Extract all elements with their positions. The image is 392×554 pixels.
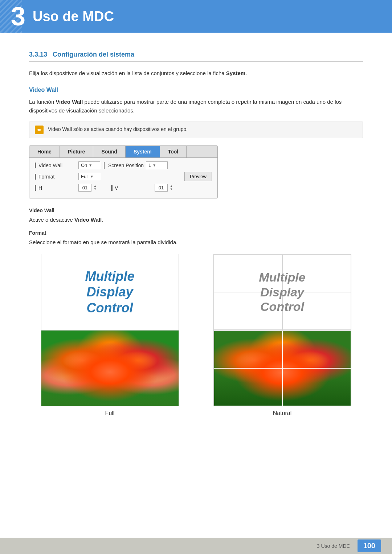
flower-natural xyxy=(214,331,351,406)
flower-inner-2 xyxy=(282,331,351,368)
panel-body: Video Wall On ▼ Screen Position 1 ▼ xyxy=(29,158,217,198)
sp-arrow: ▼ xyxy=(152,163,156,167)
format-natural-top-image: MultipleDisplayControl xyxy=(213,254,351,330)
dropdown-arrow: ▼ xyxy=(89,163,92,167)
natural-mdc-text: MultipleDisplayControl xyxy=(259,270,305,314)
format-sub-body: Seleccione el formato en que se mostrará… xyxy=(29,238,363,247)
chapter-number: 3 xyxy=(11,3,25,29)
video-wall-description: La función Video Wall puede utilizarse p… xyxy=(29,98,363,115)
footer-page: 100 xyxy=(358,539,381,552)
flower-inner-4 xyxy=(282,368,351,406)
v-spin[interactable]: ▲ ▼ xyxy=(170,185,173,191)
full-mdc-text: MultipleDisplayControl xyxy=(85,268,135,316)
h-up[interactable]: ▲ xyxy=(94,185,97,188)
videowall-label-section: Video Wall Active o desactive Video Wall… xyxy=(29,208,363,224)
screen-position-group: Screen Position 1 ▼ xyxy=(108,161,168,169)
note-text: Video Wall sólo se activa cuando hay dis… xyxy=(48,126,188,133)
format-value: Full xyxy=(81,174,89,179)
format-label-section: Format Seleccione el formato en que se m… xyxy=(29,230,363,247)
flower-quad-1 xyxy=(214,331,282,368)
panel-label-videowall: Video Wall xyxy=(35,163,78,168)
header-bar: 3 Uso de MDC xyxy=(0,0,392,33)
flower-inner-3 xyxy=(214,368,282,406)
section-heading: 3.3.13 Configuración del sistema xyxy=(29,51,363,62)
panel-label-format: Format xyxy=(35,174,78,180)
videowall-value: On xyxy=(81,163,87,168)
chapter-title: Uso de MDC xyxy=(33,9,114,24)
format-grid: MultipleDisplayControl Full MultipleDisp… xyxy=(29,254,363,416)
full-label: Full xyxy=(105,410,115,416)
format-item-natural: MultipleDisplayControl xyxy=(201,254,363,416)
flower-quad-4 xyxy=(282,368,351,406)
format-full-top-image: MultipleDisplayControl xyxy=(41,254,179,330)
h-spin[interactable]: ▲ ▼ xyxy=(94,185,97,191)
format-item-full: MultipleDisplayControl Full xyxy=(29,254,191,416)
tab-sound[interactable]: Sound xyxy=(93,146,126,157)
footer: 3 Uso de MDC 100 xyxy=(0,538,392,554)
videowall-label-text: Video Wall xyxy=(38,163,62,168)
video-wall-heading: Video Wall xyxy=(29,87,363,93)
tab-home[interactable]: Home xyxy=(29,146,60,157)
label-bar-icon xyxy=(35,163,36,168)
h-control: 01 ▲ ▼ xyxy=(78,184,97,192)
ui-panel: Home Picture Sound System Tool Video Wal… xyxy=(29,145,218,198)
section-number: 3.3.13 xyxy=(29,51,47,58)
panel-label-h: H xyxy=(35,185,78,191)
screen-position-value: 1 xyxy=(148,163,151,168)
natural-label: Natural xyxy=(273,410,292,416)
tab-system[interactable]: System xyxy=(126,146,160,157)
panel-row-videowall: Video Wall On ▼ Screen Position 1 ▼ xyxy=(35,161,212,169)
flower-quad-2 xyxy=(282,331,351,368)
label-bar-format xyxy=(35,174,36,180)
v-label: V xyxy=(115,185,118,191)
v-up[interactable]: ▲ xyxy=(170,185,173,188)
tab-tool[interactable]: Tool xyxy=(160,146,187,157)
panel-row-hv: H 01 ▲ ▼ V 01 ▲ xyxy=(35,184,212,192)
separator xyxy=(104,162,105,169)
format-arrow: ▼ xyxy=(90,175,94,178)
videowall-dropdown[interactable]: On ▼ xyxy=(78,161,100,169)
main-content: 3.3.13 Configuración del sistema Elija l… xyxy=(0,33,392,446)
label-bar-v xyxy=(111,185,113,191)
note-box: ✏ Video Wall sólo se activa cuando hay d… xyxy=(29,122,363,138)
h-value: 01 xyxy=(78,184,91,192)
flower-full xyxy=(41,331,179,406)
label-bar-h xyxy=(35,185,36,191)
v-down[interactable]: ▼ xyxy=(170,188,173,191)
format-label-text: Format xyxy=(38,174,54,180)
panel-row-format: Format Full ▼ Preview xyxy=(35,172,212,181)
section-title: Configuración del sistema xyxy=(53,51,134,58)
flower-inner-1 xyxy=(214,331,282,368)
format-dropdown[interactable]: Full ▼ xyxy=(78,173,100,180)
h-down[interactable]: ▼ xyxy=(94,188,97,191)
format-full-bottom-image xyxy=(41,330,179,406)
h-label: H xyxy=(38,185,42,191)
panel-label-v: V xyxy=(111,185,155,191)
intro-paragraph: Elija los dispositivos de visualización … xyxy=(29,69,363,78)
footer-text: 3 Uso de MDC xyxy=(317,543,350,549)
v-control: 01 ▲ ▼ xyxy=(155,184,173,192)
videowall-control: On ▼ xyxy=(78,161,100,169)
note-icon: ✏ xyxy=(35,126,44,134)
tab-bar: Home Picture Sound System Tool xyxy=(29,146,217,158)
videowall-sub-body: Active o desactive Video Wall. xyxy=(29,216,363,224)
flower-quad-3 xyxy=(214,368,282,406)
format-control: Full ▼ xyxy=(78,173,100,180)
videowall-sub-title: Video Wall xyxy=(29,208,363,213)
screen-position-label-text: Screen Position xyxy=(108,163,144,168)
format-natural-bottom-image xyxy=(213,330,351,406)
v-value: 01 xyxy=(155,184,168,192)
preview-button[interactable]: Preview xyxy=(184,172,212,181)
format-sub-title: Format xyxy=(29,230,363,236)
screen-position-dropdown[interactable]: 1 ▼ xyxy=(146,161,168,169)
tab-picture[interactable]: Picture xyxy=(60,146,93,157)
